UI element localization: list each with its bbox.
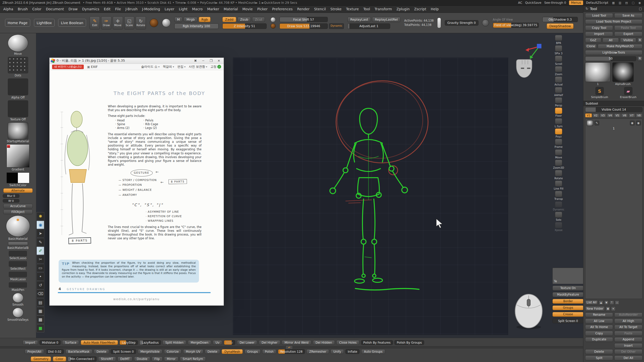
color-tab[interactable]: Color xyxy=(53,356,66,361)
zcut-button[interactable]: Zcut xyxy=(252,17,265,22)
close-holes-button[interactable]: Close Holes xyxy=(336,340,359,345)
auto-groups-button[interactable]: Auto Groups xyxy=(361,349,385,354)
menu-item[interactable]: Alpha xyxy=(3,7,13,11)
stroke-picker[interactable]: Dots xyxy=(8,57,28,77)
split-hidden-button[interactable]: Split Hidden xyxy=(163,340,186,345)
viewer-menu[interactable]: 사진 보관함 xyxy=(189,65,207,69)
gizmo-z-handle[interactable] xyxy=(537,44,541,49)
mergedown-button[interactable]: MergeDown xyxy=(188,340,211,345)
del-all-button[interactable]: Del All xyxy=(614,355,642,360)
del-other-button[interactable]: Del Other xyxy=(614,349,642,354)
undo-icon[interactable]: ↺ xyxy=(36,281,44,289)
current-tool-thumbnail[interactable] xyxy=(585,62,611,82)
minimize-icon[interactable]: ─ xyxy=(200,59,206,63)
layout-grid-icon[interactable]: ▦ xyxy=(612,1,615,4)
spix-slider[interactable]: SPix 3 xyxy=(553,45,565,55)
make-polymesh3d-button[interactable]: Make PolyMesh3D xyxy=(598,44,642,49)
folder-options-icon[interactable]: ▾ xyxy=(611,306,616,311)
viewer-titlebar[interactable]: 0 - 비율, 리듬 > 1 (9).jpg [1/20] - 꿀뷰 5.35 … xyxy=(50,58,224,64)
titlebar-button[interactable]: AC xyxy=(518,1,522,5)
menu-item[interactable]: Texture xyxy=(346,7,359,11)
visible-count-slider[interactable]: Visible Count 14 xyxy=(585,107,642,112)
rgb-button[interactable]: Rgb xyxy=(199,17,211,22)
all-high-button[interactable]: All High xyxy=(614,319,642,324)
drawsize-icon[interactable] xyxy=(270,23,276,29)
storemt-button[interactable]: StoreMT xyxy=(98,356,116,361)
subtool-view-tab[interactable]: V1 xyxy=(585,113,592,117)
simplebrush-tool[interactable]: S SimpleBrush xyxy=(591,87,608,99)
menu-item[interactable]: Tool xyxy=(363,7,370,11)
folder-icon[interactable]: ▣ xyxy=(606,306,610,311)
lazyradius-slider[interactable]: LazyRadius xyxy=(139,340,161,345)
menu-item[interactable]: Render xyxy=(297,7,309,11)
projectall-button[interactable]: ProjectAll xyxy=(25,349,44,354)
menu-item[interactable]: Material xyxy=(224,7,238,11)
mask-by-feature-button[interactable]: MaskByFeature xyxy=(552,292,584,297)
frame-button[interactable]: Frame xyxy=(553,139,565,148)
material-basicmaterial[interactable]: BasicMaterial xyxy=(6,215,30,241)
m-button[interactable]: M xyxy=(174,17,183,22)
subtool-view-tab[interactable]: V2 xyxy=(592,113,599,117)
del-hidden-button[interactable]: Del Hidden xyxy=(313,340,335,345)
zoom3d-button[interactable]: Zoom3D xyxy=(553,160,565,169)
duplicate-button[interactable]: Duplicate xyxy=(585,337,613,342)
transp-button[interactable]: Transp xyxy=(553,191,565,200)
move-3d-button[interactable]: Move xyxy=(553,149,565,159)
pen-icon[interactable]: ✎ xyxy=(36,238,44,246)
subtool-section-header[interactable]: Subtool xyxy=(583,101,644,106)
lightbox-button[interactable]: LightBox xyxy=(34,19,55,27)
selectrect-brush[interactable]: SelectRect xyxy=(9,261,27,270)
new-folder-button[interactable]: New Folder xyxy=(585,306,605,311)
subtool-view-tab[interactable]: V7 xyxy=(628,113,635,117)
import-button[interactable]: Import xyxy=(23,340,38,345)
move-bottom-icon[interactable]: ⤓ xyxy=(615,300,619,305)
menu-item[interactable]: Color xyxy=(32,7,41,11)
pin-toggle[interactable]: 고정 xyxy=(211,65,221,69)
current-brush-preview[interactable] xyxy=(150,19,158,27)
local-symmetry-button[interactable]: L.Sym xyxy=(553,118,565,128)
layout-rows-icon[interactable]: ▤ xyxy=(625,1,628,4)
menu-item[interactable]: Preferences xyxy=(272,7,293,11)
draw-mode-button[interactable]: ✑ Draw xyxy=(101,16,111,29)
insert-button[interactable]: Insert xyxy=(614,343,642,348)
mirror-and-weld-button[interactable]: Mirror And Weld xyxy=(282,340,311,345)
trash-icon[interactable]: ⌫ xyxy=(36,290,44,298)
fov-slider[interactable]: Field of view(deg) 39.59775 xyxy=(493,23,539,28)
gizmo-preview[interactable]: Move xyxy=(8,34,28,56)
viewer-menu[interactable]: 책갈피 xyxy=(163,65,174,69)
objshadow-slider[interactable]: ObjShadow 0.3 xyxy=(542,17,578,22)
home-page-button[interactable]: Home Page xyxy=(5,19,30,27)
smart-resym-button[interactable]: Smart ReSym xyxy=(180,356,206,361)
layout-panel-icon[interactable]: ▢ xyxy=(631,1,635,4)
polish-by-groups-slider[interactable]: Polish By Groups xyxy=(394,340,424,345)
dynamesh-button[interactable]: DynaMesh xyxy=(222,349,243,354)
material-basicmaterialb[interactable]: BasicMaterialB xyxy=(7,242,28,249)
print-icon[interactable]: ▤ xyxy=(36,298,44,307)
angle-of-view-icon[interactable] xyxy=(482,19,489,26)
subtool-list[interactable]: 1 xyxy=(585,119,642,299)
line-fill-button[interactable]: Line Fill xyxy=(553,180,565,190)
inflate-slider[interactable]: Inflate xyxy=(345,349,359,354)
load-tools-from-project-button[interactable]: Load Tools From Project xyxy=(585,19,642,24)
exif-button[interactable]: EXIF xyxy=(87,65,98,69)
min-connected-slider[interactable]: Min Connected I xyxy=(68,356,97,361)
mergevisible-button[interactable]: MergeVisible xyxy=(138,349,163,354)
refresh-icon[interactable]: ↻ xyxy=(586,7,588,11)
menu-item[interactable]: Document xyxy=(46,7,64,11)
menu-item[interactable]: Dynamics xyxy=(82,7,99,11)
flip-button[interactable]: Flip xyxy=(152,356,163,361)
material-picker[interactable]: StartupMaterial xyxy=(7,122,29,143)
copy-subtool-button[interactable]: Copy xyxy=(585,331,613,336)
zremesher-button[interactable]: ZRemesher xyxy=(306,349,329,354)
accucurve-button[interactable]: AccuCurve xyxy=(3,204,33,208)
morph-uv-button[interactable]: Morph UV xyxy=(183,349,203,354)
copy-tool-button[interactable]: Copy Tool xyxy=(585,25,613,30)
menu-item[interactable]: Picker xyxy=(257,7,268,11)
list-all-button[interactable]: List All xyxy=(585,300,598,305)
save-as-button[interactable]: Save As xyxy=(614,13,642,18)
goz-button[interactable]: GoZ xyxy=(585,38,601,43)
slider-r-button[interactable]: R xyxy=(637,56,642,61)
selectlasso-brush[interactable]: SelectLasso xyxy=(9,251,27,260)
focal-icon[interactable] xyxy=(270,17,276,22)
delete-subtool-button[interactable]: Delete xyxy=(585,349,613,354)
